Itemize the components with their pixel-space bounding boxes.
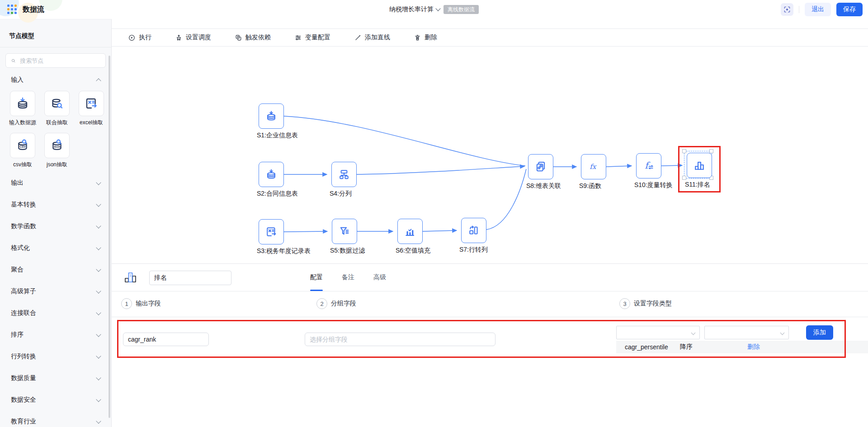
trigger-dependency-button[interactable]: 触发依赖 — [235, 33, 271, 42]
edge-s9-s10[interactable] — [606, 166, 632, 167]
add-button[interactable]: 添加 — [806, 325, 833, 340]
tab-advanced[interactable]: 高级 — [373, 264, 386, 291]
run-button[interactable]: 执行 — [128, 33, 151, 42]
field-select[interactable] — [616, 326, 700, 339]
section-label: 数据质量 — [11, 374, 36, 382]
node-s7[interactable]: S7:行转列 — [461, 218, 486, 243]
node-s1[interactable]: S1:企业信息表 — [259, 103, 284, 129]
chevron-down-icon — [96, 353, 101, 358]
selection-handle[interactable] — [682, 149, 686, 153]
sidebar-node-csv-extract[interactable]: csv抽取 — [5, 133, 40, 169]
edge-s1-s8[interactable] — [284, 116, 525, 166]
chevron-down-icon — [96, 375, 101, 380]
play-circle-icon — [128, 34, 136, 42]
sidebar-node-label: json抽取 — [47, 161, 67, 169]
exit-button[interactable]: 退出 — [805, 3, 831, 16]
node-s2[interactable]: S2:合同信息表 — [259, 162, 284, 187]
node-s5[interactable]: S5:数据过滤 — [332, 219, 357, 244]
sort-order-select[interactable] — [704, 326, 789, 339]
database-input-icon — [265, 110, 278, 122]
measure-convert-icon — [642, 160, 655, 172]
split-columns-icon — [338, 168, 350, 181]
group-field-input[interactable] — [305, 333, 495, 346]
node-config-panel: 1 配置 备注 高级 1 输出字段 2 分组字段 3 设置字段类型 添加 cag… — [112, 263, 868, 427]
flow-edges — [112, 47, 868, 263]
section-label: 格式化 — [11, 244, 30, 252]
sidebar-node-union-extract[interactable]: 联合抽取 — [40, 91, 74, 127]
sidebar-section-join-union[interactable]: 连接联合 — [0, 302, 111, 324]
fit-view-button[interactable] — [781, 3, 793, 16]
sidebar-scrollbar[interactable] — [108, 56, 110, 418]
flow-canvas[interactable]: S1:企业信息表 S2:合同信息表 S3:税务年度记录表 S4:分列 S5:数据… — [112, 47, 868, 263]
fit-view-icon — [783, 5, 791, 14]
step-label: 设置字段类型 — [634, 300, 672, 308]
sidebar-section-basic-transform[interactable]: 基本转换 — [0, 194, 111, 216]
edge-s6-s7[interactable] — [423, 230, 457, 231]
node-s11[interactable]: S11:排名 — [687, 153, 712, 178]
sort-order-value: 降序 — [680, 343, 693, 351]
chevron-down-icon — [96, 310, 101, 315]
node-label: S5:数据过滤 — [330, 247, 365, 255]
divider — [112, 317, 868, 317]
chevron-down-icon — [96, 267, 101, 272]
trash-icon — [414, 34, 421, 42]
schedule-icon — [175, 34, 183, 42]
node-name-input[interactable] — [149, 271, 231, 285]
sidebar-node-json-extract[interactable]: json抽取 — [40, 133, 74, 169]
flow-type-badge: 离线数据流 — [443, 5, 479, 14]
sidebar-group-input[interactable]: 输入 — [0, 75, 111, 85]
search-node-input-wrap[interactable] — [5, 53, 106, 68]
edge-s3-s5[interactable] — [284, 231, 327, 232]
save-button[interactable]: 保存 — [836, 3, 863, 16]
divider — [799, 6, 799, 13]
add-line-button[interactable]: 添加直线 — [354, 33, 390, 42]
tab-notes[interactable]: 备注 — [342, 264, 354, 291]
search-node-input[interactable] — [19, 57, 101, 65]
trigger-dependency-icon — [235, 34, 242, 42]
dim-table-join-icon — [534, 160, 547, 173]
output-field-input[interactable] — [123, 333, 209, 346]
excel-extract-icon — [84, 96, 99, 111]
step-number: 1 — [121, 298, 132, 309]
edge-s7-s8[interactable] — [486, 169, 526, 230]
variable-config-button[interactable]: 变量配置 — [294, 33, 330, 42]
add-line-icon — [354, 34, 362, 42]
node-label: S8:维表关联 — [526, 182, 561, 190]
sidebar-section-data-quality[interactable]: 数据质量 — [0, 367, 111, 389]
node-s6[interactable]: S6:空值填充 — [397, 219, 423, 244]
node-label: S3:税务年度记录表 — [257, 247, 311, 255]
sidebar-group-label: 输入 — [11, 76, 24, 84]
sidebar-section-data-security[interactable]: 数据安全 — [0, 389, 111, 411]
sidebar-section-output[interactable]: 输出 — [0, 172, 111, 194]
run-label: 执行 — [139, 33, 151, 42]
sidebar-section-advanced-operators[interactable]: 高级算子 — [0, 281, 111, 302]
sidebar-node-excel-extract[interactable]: excel抽取 — [74, 91, 108, 127]
node-s4[interactable]: S4:分列 — [331, 162, 357, 187]
node-s8[interactable]: S8:维表关联 — [528, 154, 553, 179]
delete-button[interactable]: 删除 — [414, 33, 437, 42]
edge-s10-s11[interactable] — [661, 165, 682, 166]
database-input-icon — [265, 168, 278, 181]
node-s10[interactable]: S10:度量转换 — [636, 153, 661, 178]
sidebar-node-input-datasource[interactable]: 输入数据源 — [5, 91, 40, 127]
schedule-button[interactable]: 设置调度 — [175, 33, 211, 42]
csv-extract-icon — [15, 138, 30, 153]
edge-s4-s8[interactable] — [357, 166, 524, 174]
sidebar-section-formatting[interactable]: 格式化 — [0, 237, 111, 259]
section-label: 数学函数 — [11, 222, 36, 230]
node-s9[interactable]: S9:函数 — [581, 154, 606, 179]
chevron-down-icon — [96, 245, 101, 250]
node-s3[interactable]: S3:税务年度记录表 — [259, 219, 284, 244]
sidebar-section-math-functions[interactable]: 数学函数 — [0, 216, 111, 237]
flow-name-dropdown[interactable]: 纳税增长率计算 — [389, 5, 440, 14]
sidebar-section-row-column-transform[interactable]: 行列转换 — [0, 346, 111, 367]
sidebar-section-education-industry[interactable]: 教育行业 — [0, 411, 111, 427]
sidebar-section-sorting[interactable]: 排序 — [0, 324, 111, 346]
step-number: 3 — [619, 298, 630, 309]
node-label: S4:分列 — [330, 190, 352, 198]
sidebar-section-aggregation[interactable]: 聚合 — [0, 259, 111, 281]
delete-sort-rule-link[interactable]: 删除 — [747, 343, 760, 351]
canvas-toolbar: 执行 设置调度 触发依赖 变量配置 添加直线 删除 — [112, 28, 868, 47]
selection-handle[interactable] — [682, 176, 686, 180]
tab-config[interactable]: 配置 — [310, 264, 323, 291]
